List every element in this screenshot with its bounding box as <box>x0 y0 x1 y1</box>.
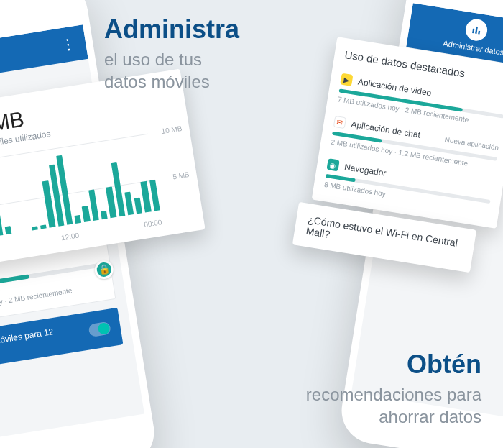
more-icon[interactable]: ⋮ <box>60 35 77 54</box>
chart-bars-icon <box>464 17 489 42</box>
chart-bar <box>5 226 12 234</box>
chart-x-label: 00:00 <box>144 218 162 229</box>
chart-bar <box>14 232 20 233</box>
svg-rect-1 <box>472 29 474 34</box>
chart-x-label: 12:00 <box>60 231 79 242</box>
chat-app-icon: ✉ <box>333 116 346 129</box>
chart-y-label: 10 MB <box>161 124 183 135</box>
featured-item-name: Navegador <box>343 162 387 178</box>
recent-app-sub: 7 MB utilizados hoy · 2 MB recientemente <box>0 286 73 315</box>
chart-bar <box>134 198 143 214</box>
headline-right: Obtén recomendaciones para ahorrar datos <box>306 348 481 428</box>
svg-rect-2 <box>475 27 478 34</box>
chart-bar <box>0 204 3 236</box>
svg-rect-3 <box>478 31 480 35</box>
tab-label: Administrar datos <box>443 39 503 57</box>
featured-data-card: Uso de datos destacados ▶ Aplicación de … <box>312 37 503 229</box>
headline-line: ahorrar datos <box>379 407 481 426</box>
banner-toggle[interactable] <box>88 321 111 337</box>
headline-left: Administra el uso de tus datos móviles <box>104 13 239 93</box>
usage-bar-chart: 10 MB 5 MB Ayer 12:00 00:00 <box>0 128 197 255</box>
chart-bar <box>88 189 99 221</box>
chart-bar <box>106 186 116 218</box>
chart-bar <box>24 231 29 232</box>
headline-bold: Administra <box>104 13 239 47</box>
banner-text: Bloqueando datos móviles para 12 aplicac… <box>0 322 83 367</box>
chart-bar <box>124 191 134 215</box>
chart-bar <box>101 211 108 219</box>
usage-chart-card: 20 MB atos móviles utilizados 10 MB 5 MB… <box>0 69 206 267</box>
chart-bar <box>82 206 91 222</box>
tab-manage-data[interactable]: Administrar datos <box>443 14 503 57</box>
headline-line: datos móviles <box>104 72 210 91</box>
chart-y-label: 5 MB <box>172 170 190 181</box>
video-app-icon: ▶ <box>340 73 353 86</box>
headline-line: recomendaciones para <box>306 385 481 404</box>
chart-bar <box>32 226 38 231</box>
featured-item-badge: Nueva aplicación <box>444 135 499 152</box>
blocking-banner[interactable]: Bloqueando datos móviles para 12 aplicac… <box>0 308 123 378</box>
chart-bar <box>40 224 47 229</box>
headline-bold: Obtén <box>306 348 481 382</box>
chart-bar <box>149 180 160 211</box>
headline-line: el uso de tus <box>104 50 202 69</box>
browser-app-icon: ◉ <box>326 158 339 171</box>
chart-bar <box>75 215 82 224</box>
